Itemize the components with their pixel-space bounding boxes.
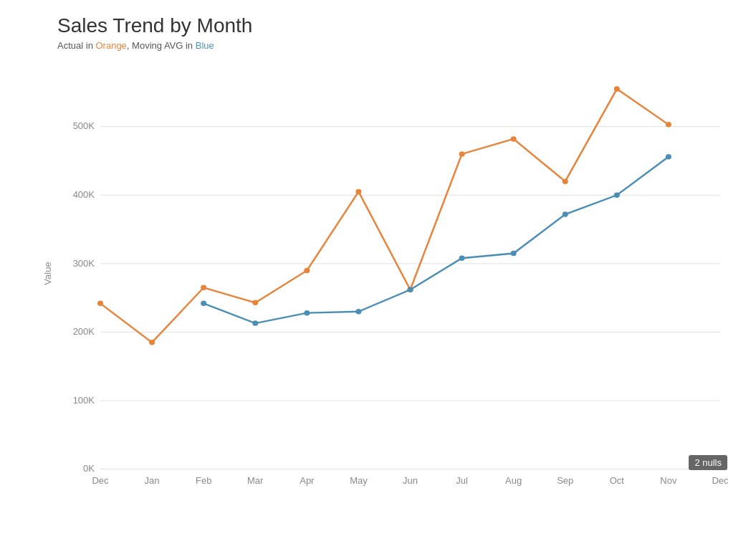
svg-point-26 — [149, 340, 155, 345]
svg-text:Jun: Jun — [403, 477, 418, 487]
svg-text:400K: 400K — [73, 190, 95, 200]
svg-point-39 — [304, 310, 310, 316]
svg-text:Jan: Jan — [145, 477, 160, 487]
svg-text:200K: 200K — [73, 328, 95, 338]
svg-point-33 — [511, 136, 517, 142]
subtitle-prefix: Actual in — [57, 40, 95, 51]
subtitle-orange: Orange — [95, 40, 126, 51]
svg-point-32 — [459, 151, 465, 157]
svg-text:Apr: Apr — [300, 477, 314, 487]
svg-point-27 — [201, 285, 206, 291]
svg-text:Mar: Mar — [247, 477, 263, 487]
chart-title: Sales Trend by Month — [57, 14, 742, 37]
y-axis-label: Value — [42, 262, 53, 285]
svg-point-40 — [355, 309, 361, 315]
chart-svg: 0K100K200K300K400K500KDecJanFebMarAprMay… — [57, 65, 742, 510]
svg-text:300K: 300K — [73, 259, 95, 269]
svg-point-29 — [304, 268, 310, 274]
svg-point-34 — [563, 178, 568, 184]
svg-text:Aug: Aug — [505, 477, 522, 487]
svg-point-42 — [459, 255, 465, 261]
svg-text:Nov: Nov — [660, 477, 677, 487]
svg-point-25 — [97, 301, 103, 307]
svg-text:Jul: Jul — [456, 477, 468, 487]
chart-container: Sales Trend by Month Actual in Orange, M… — [0, 0, 756, 559]
svg-point-45 — [614, 193, 620, 199]
svg-text:100K: 100K — [73, 396, 95, 406]
svg-point-30 — [355, 189, 361, 195]
svg-text:500K: 500K — [73, 122, 95, 132]
svg-text:Oct: Oct — [610, 477, 625, 487]
svg-text:May: May — [350, 477, 368, 487]
svg-point-46 — [666, 154, 671, 160]
svg-point-43 — [511, 251, 517, 257]
svg-point-38 — [252, 320, 258, 326]
svg-point-35 — [614, 86, 620, 92]
subtitle-middle: , Moving AVG in — [127, 40, 196, 51]
svg-text:Sep: Sep — [557, 477, 573, 487]
svg-point-44 — [563, 211, 568, 217]
svg-text:Feb: Feb — [196, 477, 211, 487]
svg-point-36 — [666, 122, 671, 128]
svg-point-41 — [408, 287, 413, 292]
subtitle-blue: Blue — [196, 40, 214, 51]
nulls-badge: 2 nulls — [689, 455, 727, 470]
svg-text:0K: 0K — [83, 464, 95, 474]
svg-text:Dec: Dec — [712, 477, 728, 487]
svg-point-37 — [201, 301, 206, 307]
svg-point-28 — [252, 300, 258, 306]
chart-subtitle: Actual in Orange, Moving AVG in Blue — [57, 40, 742, 51]
svg-text:Dec: Dec — [92, 477, 108, 487]
